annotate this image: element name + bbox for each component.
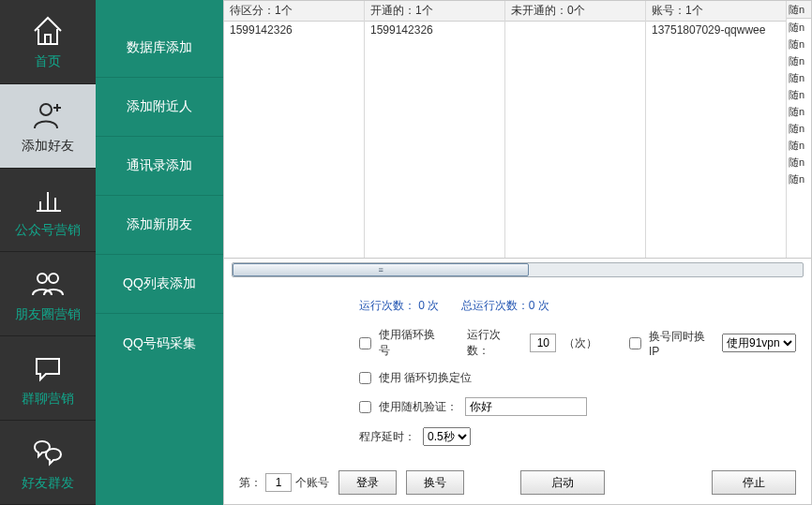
svg-point-0 [40, 104, 52, 115]
list-row[interactable]: 13751807029-qqwwee [646, 22, 786, 38]
nav-add-friend[interactable]: 添加好友 [0, 84, 96, 169]
delay-label: 程序延时： [359, 429, 415, 445]
run-count: 运行次数： 0 次 [359, 299, 439, 312]
start-button[interactable]: 启动 [520, 470, 605, 495]
list-row[interactable]: 随n [787, 154, 811, 171]
swap-ip-label: 换号同时换IP [649, 329, 714, 358]
run-stats: 运行次数： 0 次 总运行次数：0 次 [359, 298, 796, 314]
svg-point-2 [49, 274, 58, 283]
nav-moments[interactable]: 朋友圈营销 [0, 252, 96, 336]
col-header: 开通的：1个 [365, 1, 504, 22]
list-row[interactable]: 随n [787, 52, 811, 69]
list-row[interactable]: 随n [787, 137, 811, 154]
swap-button[interactable]: 换号 [406, 470, 464, 495]
bar-chart-icon [29, 181, 67, 218]
account-index-input[interactable] [265, 473, 292, 492]
list-row[interactable]: 随n [787, 103, 811, 120]
row-captcha: 使用随机验证： [359, 397, 796, 416]
col-accounts: 账号：1个 13751807029-qqwwee [646, 1, 787, 258]
svg-point-1 [38, 274, 47, 283]
stop-button[interactable]: 停止 [712, 470, 796, 495]
subnav-new-friend[interactable]: 添加新朋友 [96, 196, 223, 255]
nav-official[interactable]: 公众号营销 [0, 169, 96, 253]
list-row[interactable]: 随n [787, 86, 811, 103]
home-icon [29, 12, 67, 50]
run-times-label: 运行次数： [467, 327, 522, 359]
ip-method-select[interactable]: 使用91vpn [722, 334, 796, 352]
nav-broadcast[interactable]: 好友群发 [0, 421, 96, 505]
nav-label: 添加好友 [22, 138, 74, 155]
col-header: 账号：1个 [646, 1, 786, 22]
col-body[interactable]: 1599142326 [224, 22, 364, 258]
nav-groupchat[interactable]: 群聊营销 [0, 336, 96, 421]
nav-label: 首页 [35, 53, 61, 70]
main-panel: 待区分：1个 1599142326 开通的：1个 1599142326 未开通的… [223, 0, 812, 505]
nav-label: 公众号营销 [15, 222, 81, 239]
list-row[interactable]: 1599142326 [365, 22, 504, 38]
times-suffix: （次） [564, 335, 597, 351]
list-area: 待区分：1个 1599142326 开通的：1个 1599142326 未开通的… [224, 1, 811, 259]
col-body[interactable]: 13751807029-qqwwee [646, 22, 786, 258]
col-header: 待区分：1个 [224, 1, 364, 22]
col-header: 随n [787, 1, 811, 19]
chat-icon [29, 349, 67, 387]
col-opened: 开通的：1个 1599142326 [365, 1, 505, 258]
col-body[interactable]: 随n 随n 随n 随n 随n 随n 随n 随n 随n 随n [787, 19, 811, 258]
list-row[interactable]: 随n [787, 171, 811, 187]
delay-select[interactable]: 0.5秒 [423, 427, 471, 446]
col-body[interactable] [505, 22, 645, 258]
people-icon [29, 265, 67, 303]
loop-swap-label: 使用循环换号 [379, 327, 445, 359]
add-friend-icon [29, 97, 67, 134]
loop-swap-checkbox[interactable] [359, 337, 371, 349]
random-captcha-input[interactable] [465, 397, 587, 416]
nav-label: 群聊营销 [22, 391, 74, 408]
col-body[interactable]: 1599142326 [365, 22, 504, 258]
row-delay: 程序延时： 0.5秒 [359, 427, 796, 446]
swap-ip-checkbox[interactable] [629, 337, 641, 349]
primary-nav: 首页 添加好友 公众号营销 朋友圈营销 群聊营销 [0, 0, 96, 505]
col-pending: 待区分：1个 1599142326 [224, 1, 365, 258]
horizontal-scrollbar[interactable]: ≡ [232, 262, 804, 277]
bottom-bar: 第： 个账号 登录 换号 启动 停止 [239, 459, 796, 495]
subnav-contacts[interactable]: 通讯录添加 [96, 137, 223, 196]
list-row[interactable]: 随n [787, 69, 811, 86]
nav-label: 朋友圈营销 [15, 306, 81, 323]
nav-label: 好友群发 [22, 475, 74, 492]
run-times-input[interactable] [530, 334, 556, 352]
subnav-nearby[interactable]: 添加附近人 [96, 78, 223, 137]
subnav-qq-list[interactable]: QQ列表添加 [96, 255, 223, 314]
total-run-count: 总运行次数：0 次 [461, 299, 549, 312]
nav-home[interactable]: 首页 [0, 0, 96, 84]
col-random: 随n 随n 随n 随n 随n 随n 随n 随n 随n 随n 随n [787, 1, 811, 258]
chat-bubbles-icon [29, 434, 67, 471]
row-loop: 使用循环换号 运行次数： （次） 换号同时换IP 使用91vpn [359, 327, 796, 359]
list-row[interactable]: 随n [787, 19, 811, 36]
form-area: 使用循环换号 运行次数： （次） 换号同时换IP 使用91vpn 使用 循环切换… [359, 327, 796, 446]
scrollbar-thumb[interactable]: ≡ [233, 263, 529, 276]
row-relocate: 使用 循环切换定位 [359, 370, 796, 386]
list-row[interactable]: 随n [787, 120, 811, 137]
col-unopened: 未开通的：0个 [505, 1, 646, 258]
list-row[interactable]: 1599142326 [224, 22, 364, 38]
account-index: 第： 个账号 [239, 473, 329, 492]
random-captcha-label: 使用随机验证： [379, 399, 458, 415]
col-header: 未开通的：0个 [505, 1, 645, 22]
relocate-checkbox[interactable] [359, 372, 371, 384]
login-button[interactable]: 登录 [338, 470, 397, 495]
list-row[interactable]: 随n [787, 36, 811, 52]
secondary-nav: 数据库添加 添加附近人 通讯录添加 添加新朋友 QQ列表添加 QQ号码采集 [96, 0, 223, 505]
random-captcha-checkbox[interactable] [359, 401, 371, 413]
control-panel: 运行次数： 0 次 总运行次数：0 次 使用循环换号 运行次数： （次） 换号同… [224, 281, 811, 504]
subnav-db-add[interactable]: 数据库添加 [96, 19, 223, 78]
subnav-qq-collect[interactable]: QQ号码采集 [96, 314, 223, 373]
relocate-label: 使用 循环切换定位 [379, 370, 472, 386]
